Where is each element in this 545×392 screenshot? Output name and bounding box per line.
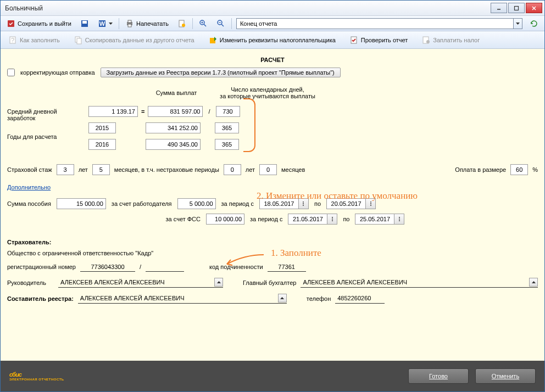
chevron-down-icon [516, 23, 520, 25]
reg-maker-input[interactable] [78, 293, 278, 303]
nav-combo-dropdown[interactable] [514, 18, 522, 29]
word-export-button[interactable]: W [94, 18, 116, 30]
toolbar-extra1[interactable] [174, 18, 190, 30]
how-fill-button[interactable]: ? Как заполнить [4, 33, 65, 47]
acc-input[interactable] [301, 277, 529, 287]
nav-combo [236, 18, 522, 29]
how-fill-label: Как заполнить [20, 37, 60, 43]
ready-button[interactable]: Готово [408, 368, 469, 384]
phone-input[interactable] [335, 294, 385, 304]
zoom-out-icon [216, 19, 225, 28]
reg-maker-dropdown[interactable] [278, 294, 287, 303]
toolbar-primary: Сохранить и выйти W Напечатать [1, 16, 544, 31]
year1-input[interactable] [88, 122, 116, 133]
equals-sign: = [141, 108, 144, 115]
calc-header: РАСЧЕТ [7, 54, 538, 65]
close-button[interactable] [526, 3, 542, 13]
sum2-input[interactable] [146, 139, 201, 150]
sub-code-input[interactable] [268, 262, 306, 272]
ns-years-input[interactable] [224, 164, 241, 175]
row-corrective: корректирующая отправка Загрузить данные… [7, 65, 538, 83]
reg-num-label: регистрационный номер [7, 264, 76, 270]
fss-amount-input[interactable] [206, 214, 244, 225]
sbis-logo: сбис ЭЛЕКТРОННАЯ ОТЧЕТНОСТЬ [9, 371, 64, 381]
ns-months-input[interactable] [259, 164, 277, 175]
sum-header: Сумма выплат [143, 89, 209, 96]
svg-rect-11 [128, 24, 131, 27]
employer-amount-input[interactable] [177, 198, 216, 209]
window-title: Больничный [3, 4, 491, 12]
save-button[interactable] [76, 18, 93, 30]
print-button[interactable]: Напечатать [121, 18, 173, 30]
avg-row: = / [88, 106, 317, 117]
days-total-input[interactable] [216, 106, 240, 117]
svg-point-36 [332, 219, 333, 220]
stazh-years-input[interactable] [57, 164, 74, 175]
reg-num-input[interactable] [80, 262, 135, 272]
pay-tax-label: Заплатить налог [433, 37, 480, 43]
word-icon: W [98, 19, 107, 28]
help-icon: ? [9, 36, 18, 44]
svg-line-15 [204, 24, 206, 26]
app-window: Больничный Сохранить и выйти W Напечатат… [0, 0, 545, 392]
copy-data-button[interactable]: Скопировать данные из другого отчета [69, 33, 199, 47]
insurer-maker-row: Составитель реестра: телефон [7, 293, 538, 304]
check-report-button[interactable]: Проверить отчет [345, 33, 413, 47]
sum-total-input[interactable] [148, 106, 203, 117]
bracket-annotation [243, 98, 255, 152]
year1-row [88, 122, 317, 133]
acc-dropdown[interactable] [529, 278, 538, 287]
change-req-button[interactable]: Изменить реквизиты налогоплательщика [204, 33, 341, 47]
ns-years-unit: лет [246, 166, 255, 173]
pay-rate-input[interactable] [510, 164, 528, 175]
days-header: Число календарных дней, за которые учиты… [218, 86, 317, 99]
save-exit-button[interactable]: Сохранить и выйти [3, 18, 75, 30]
load-registry-button[interactable]: Загрузить данные из Реестра версии 1.7.3… [101, 68, 341, 77]
refresh-icon [530, 19, 538, 28]
phone-label: телефон [307, 295, 331, 302]
head-dropdown[interactable] [214, 278, 223, 287]
fss-date-from-input[interactable] [288, 214, 327, 225]
additional-link[interactable]: Дополнительно [7, 184, 51, 191]
check-report-label: Проверить отчет [361, 37, 408, 43]
acc-select [301, 277, 538, 288]
logo-text: сбис [9, 371, 21, 378]
zoom-out-button[interactable] [213, 18, 229, 30]
days2-input[interactable] [215, 139, 239, 150]
avg-value-input[interactable] [88, 106, 138, 117]
svg-point-29 [303, 201, 304, 203]
maximize-button[interactable] [508, 3, 525, 13]
cancel-button[interactable]: Отменить [475, 368, 536, 384]
fss-date-from-picker[interactable] [327, 214, 337, 225]
slash: / [140, 264, 141, 270]
svg-text:?: ? [11, 37, 14, 43]
minimize-button[interactable] [491, 3, 507, 13]
acc-label: Главный бухгалтер [243, 279, 296, 286]
year2-row [88, 139, 317, 150]
slash-sign: / [206, 108, 212, 115]
copy-data-label: Скопировать данные из другого отчета [85, 37, 194, 43]
footer: сбис ЭЛЕКТРОННАЯ ОТЧЕТНОСТЬ Готово Отмен… [1, 361, 544, 391]
stazh-months-input[interactable] [92, 164, 110, 175]
nav-combo-input[interactable] [236, 18, 514, 29]
sum1-input[interactable] [146, 122, 201, 133]
reg-maker-label: Составитель реестра: [7, 295, 74, 302]
pay-tax-button[interactable]: Заплатить налог [417, 33, 485, 47]
head-input[interactable] [58, 277, 214, 287]
benefit-sum-input[interactable] [57, 198, 106, 209]
annotation-arrow [223, 252, 266, 268]
copy-icon [74, 36, 83, 44]
reg-num-ext-input[interactable] [146, 262, 184, 272]
svg-rect-24 [77, 38, 81, 44]
head-select [58, 277, 223, 288]
days1-input[interactable] [215, 122, 239, 133]
fss-date-to-picker[interactable] [394, 214, 404, 225]
annotation-1: 1. Заполните [271, 248, 321, 259]
fss-date-to-input[interactable] [355, 214, 394, 225]
save-exit-icon [7, 19, 15, 28]
refresh-button[interactable] [526, 18, 542, 30]
corrective-checkbox[interactable] [7, 69, 15, 76]
pay-rate-label: Оплата в размере [455, 166, 506, 173]
year2-input[interactable] [88, 139, 116, 150]
zoom-in-button[interactable] [195, 18, 212, 30]
